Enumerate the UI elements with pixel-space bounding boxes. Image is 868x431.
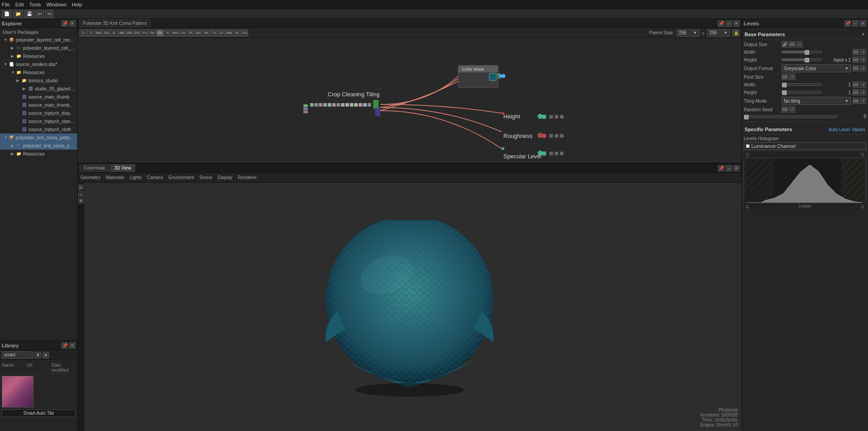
- ne-icon-chs[interactable]: Ch: [103, 29, 110, 37]
- width-key-btn[interactable]: ⌨: [853, 49, 859, 55]
- values-btn[interactable]: Values: [852, 127, 865, 132]
- v3d-min-btn[interactable]: ─: [726, 165, 732, 171]
- tree-item-knit-coma[interactable]: ▼ 📦 polyester_knit_coma_patte...: [0, 133, 77, 142]
- tree-item-source-main-thumb-4k[interactable]: 🖼 source_main_thumb_4k: [0, 101, 77, 109]
- ne-icon-clr[interactable]: Cl: [218, 29, 225, 37]
- toolbar-environment[interactable]: Environment: [169, 175, 194, 180]
- ne-canvas[interactable]: Color Mask Height: [78, 39, 741, 163]
- ne-icon-pix[interactable]: Pi: [187, 29, 194, 37]
- tree-item-source-main-thumb[interactable]: 🖼 source_main_thumb: [0, 93, 77, 101]
- tree-item-studio-05[interactable]: ▶ 🖼 studio_05_glazed_pat...: [0, 85, 77, 93]
- explorer-close-btn[interactable]: ✕: [69, 20, 75, 27]
- menu-tools[interactable]: Tools: [29, 2, 41, 7]
- ne-icon-dst[interactable]: DS: [133, 29, 141, 37]
- auto-level-btn[interactable]: Auto Level: [829, 127, 850, 132]
- toolbar-btn-new[interactable]: 📄: [2, 10, 12, 18]
- output-size-link-btn[interactable]: 🔗: [782, 41, 788, 47]
- base-params-header[interactable]: Base Parameters ▼: [744, 30, 866, 39]
- v3d-side-btn-1[interactable]: G: [78, 185, 84, 190]
- ne-icon-grd[interactable]: Gr: [149, 29, 156, 37]
- v3d-close-btn[interactable]: ✕: [733, 165, 740, 171]
- height-key-btn[interactable]: ⌨: [853, 57, 859, 63]
- tree-item-source-renders[interactable]: ▼ 📄 source_renders.sbs*: [0, 60, 77, 68]
- ne-pin-btn[interactable]: 📌: [718, 20, 724, 27]
- pixel-size-key-btn[interactable]: ⌨: [782, 74, 788, 80]
- channel-selector[interactable]: Luminance Channel: [744, 142, 866, 150]
- pw-reset-btn[interactable]: ↺: [860, 81, 866, 88]
- ne-icon-svg[interactable]: SV: [195, 29, 202, 37]
- explorer-pin-btn[interactable]: 📌: [61, 20, 68, 27]
- width-reset-btn[interactable]: ↺: [860, 49, 866, 55]
- toolbar-lights[interactable]: Lights: [129, 175, 142, 180]
- ne-icon-chr[interactable]: S: [110, 29, 118, 37]
- ne-icon-txt[interactable]: Tx: [210, 29, 217, 37]
- menu-file[interactable]: File: [2, 2, 10, 7]
- seed-reset-btn[interactable]: ↺: [789, 106, 795, 113]
- toolbar-btn-save[interactable]: 💾: [24, 10, 34, 18]
- ne-icon-hrm[interactable]: Hm: [172, 29, 179, 37]
- tree-item-polyester-layered-2[interactable]: ▶ ⬡ polyester_layered_cell_me...: [0, 44, 77, 52]
- toolbar-camera[interactable]: Camera: [147, 175, 163, 180]
- pw-key-btn[interactable]: ⌨: [853, 81, 859, 88]
- tab-colormask[interactable]: Colormask: [80, 164, 109, 172]
- output-width-slider[interactable]: [782, 51, 822, 53]
- parent-size-h-dropdown[interactable]: 256 ▼: [707, 29, 730, 37]
- menu-help[interactable]: Help: [72, 2, 82, 7]
- ne-icon-ab[interactable]: AB: [118, 29, 125, 37]
- hist-right-arrow[interactable]: ▽: [861, 152, 864, 157]
- output-height-slider[interactable]: [782, 58, 822, 61]
- tree-item-resources-3[interactable]: ▶ 📁 Resources: [0, 150, 77, 158]
- toolbar-geometry[interactable]: Geometry: [80, 175, 100, 180]
- toolbar-btn-open[interactable]: 📁: [13, 10, 23, 18]
- ne-icon-bd[interactable]: Bd: [95, 29, 102, 37]
- tiling-reset-btn[interactable]: ↺: [860, 98, 866, 104]
- v3d-side-btn-3[interactable]: ⊕: [78, 198, 84, 204]
- ne-icon-1[interactable]: 1: [80, 29, 87, 37]
- library-fav-btn[interactable]: ★: [42, 352, 49, 358]
- library-item[interactable]: Smart Auto Tile: [2, 376, 75, 417]
- tree-item-resources-1[interactable]: ▶ 📁 Resources: [0, 52, 77, 60]
- ne-icon-lv[interactable]: Lv: [179, 29, 187, 37]
- seed-key-btn[interactable]: ⌨: [782, 106, 788, 113]
- ne-close-btn[interactable]: ✕: [733, 20, 740, 27]
- menu-edit[interactable]: Edit: [15, 2, 24, 7]
- library-pin-btn[interactable]: 📌: [61, 342, 68, 349]
- levels-min-btn[interactable]: ─: [852, 20, 859, 27]
- parent-size-dropdown[interactable]: 256 ▼: [677, 29, 699, 37]
- toolbar-renderer[interactable]: Renderer: [238, 175, 257, 180]
- toolbar-scene[interactable]: Scene: [199, 175, 212, 180]
- tree-item-polyester-layered[interactable]: ▼ 📦 polyester_layered_cell_me...: [0, 36, 77, 44]
- toolbar-btn-undo[interactable]: ↩: [36, 10, 44, 18]
- hist-bottom-left-arrow[interactable]: △: [745, 204, 749, 208]
- format-reset-btn[interactable]: ↺: [860, 65, 866, 71]
- pixel-size-reset-btn[interactable]: ↺: [789, 74, 795, 80]
- ph-key-btn[interactable]: ⌨: [853, 89, 859, 95]
- tiling-mode-dropdown[interactable]: No tiling ▼: [782, 97, 851, 105]
- tree-item-source-triptych-cloth[interactable]: 🖼 source_triptych_cloth: [0, 125, 77, 133]
- ne-icon-shp[interactable]: Sh: [203, 29, 210, 37]
- ne-icon-out[interactable]: Ou: [241, 29, 248, 37]
- ne-icon-inc[interactable]: In: [233, 29, 241, 37]
- tree-item-tomoco[interactable]: ▶ 📁 tomoco_studio: [0, 76, 77, 85]
- tree-item-resources-2[interactable]: ▼ 📁 Resources: [0, 68, 77, 76]
- view3d-canvas[interactable]: G ↕ ⊕: [78, 183, 741, 431]
- format-key-btn[interactable]: ⌨: [853, 65, 859, 71]
- toolbar-display[interactable]: Display: [217, 175, 232, 180]
- library-search-input[interactable]: [2, 351, 33, 359]
- output-size-key-btn[interactable]: ⌨: [789, 41, 795, 47]
- levels-close-btn[interactable]: ✕: [860, 20, 866, 27]
- ne-lock-btn[interactable]: 🔒: [732, 29, 740, 37]
- v3d-side-btn-2[interactable]: ↕: [78, 191, 84, 197]
- output-size-reset-btn[interactable]: ↺: [796, 41, 802, 47]
- ne-icon-wpr[interactable]: Wp: [226, 29, 233, 37]
- library-close-btn[interactable]: ✕: [69, 342, 75, 349]
- ne-icon-cre[interactable]: Cr: [156, 29, 164, 37]
- library-filter-btn[interactable]: ▼: [35, 352, 41, 358]
- toolbar-btn-redo[interactable]: ↪: [45, 10, 53, 18]
- ne-icon-db[interactable]: DB: [126, 29, 133, 37]
- height-reset-btn[interactable]: ↺: [860, 57, 866, 63]
- pixel-height-slider[interactable]: [782, 91, 822, 94]
- seed-slider[interactable]: [744, 115, 837, 118]
- levels-pin-btn[interactable]: 📌: [844, 20, 851, 27]
- tree-item-source-triptych-disp[interactable]: 🖼 source_triptych_disp...: [0, 109, 77, 117]
